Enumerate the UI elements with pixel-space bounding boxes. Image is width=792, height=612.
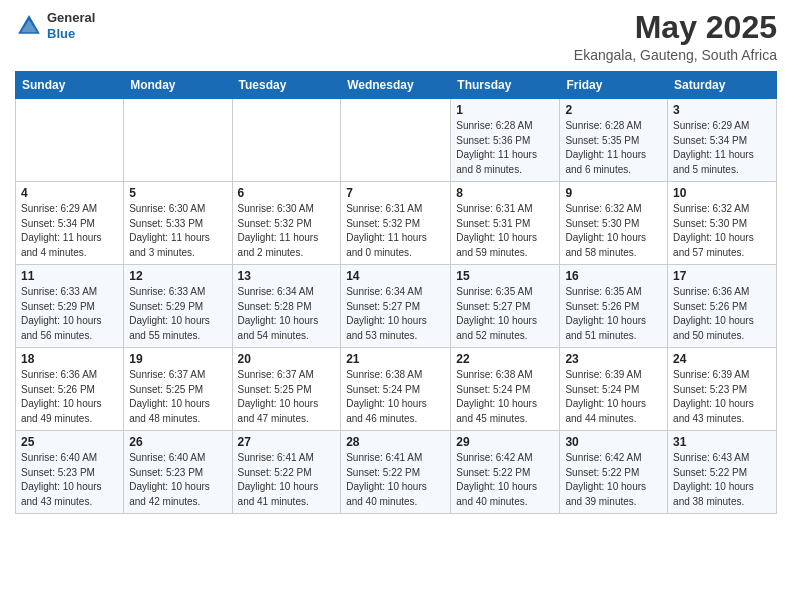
day-number: 9 bbox=[565, 186, 662, 200]
calendar-week-5: 25Sunrise: 6:40 AMSunset: 5:23 PMDayligh… bbox=[16, 431, 777, 514]
calendar-cell: 13Sunrise: 6:34 AMSunset: 5:28 PMDayligh… bbox=[232, 265, 341, 348]
calendar-cell: 14Sunrise: 6:34 AMSunset: 5:27 PMDayligh… bbox=[341, 265, 451, 348]
day-number: 8 bbox=[456, 186, 554, 200]
calendar-cell: 31Sunrise: 6:43 AMSunset: 5:22 PMDayligh… bbox=[668, 431, 777, 514]
calendar-cell: 15Sunrise: 6:35 AMSunset: 5:27 PMDayligh… bbox=[451, 265, 560, 348]
day-number: 22 bbox=[456, 352, 554, 366]
month-title: May 2025 bbox=[574, 10, 777, 45]
day-number: 25 bbox=[21, 435, 118, 449]
day-number: 4 bbox=[21, 186, 118, 200]
calendar-cell: 10Sunrise: 6:32 AMSunset: 5:30 PMDayligh… bbox=[668, 182, 777, 265]
location: Ekangala, Gauteng, South Africa bbox=[574, 47, 777, 63]
day-info: Sunrise: 6:35 AMSunset: 5:26 PMDaylight:… bbox=[565, 285, 662, 343]
calendar-cell bbox=[232, 99, 341, 182]
calendar-cell: 17Sunrise: 6:36 AMSunset: 5:26 PMDayligh… bbox=[668, 265, 777, 348]
day-info: Sunrise: 6:43 AMSunset: 5:22 PMDaylight:… bbox=[673, 451, 771, 509]
day-number: 1 bbox=[456, 103, 554, 117]
day-info: Sunrise: 6:30 AMSunset: 5:33 PMDaylight:… bbox=[129, 202, 226, 260]
day-info: Sunrise: 6:37 AMSunset: 5:25 PMDaylight:… bbox=[129, 368, 226, 426]
title-area: May 2025 Ekangala, Gauteng, South Africa bbox=[574, 10, 777, 63]
calendar-cell: 29Sunrise: 6:42 AMSunset: 5:22 PMDayligh… bbox=[451, 431, 560, 514]
day-info: Sunrise: 6:40 AMSunset: 5:23 PMDaylight:… bbox=[21, 451, 118, 509]
header-thursday: Thursday bbox=[451, 72, 560, 99]
calendar-week-1: 1Sunrise: 6:28 AMSunset: 5:36 PMDaylight… bbox=[16, 99, 777, 182]
calendar-cell: 22Sunrise: 6:38 AMSunset: 5:24 PMDayligh… bbox=[451, 348, 560, 431]
day-info: Sunrise: 6:37 AMSunset: 5:25 PMDaylight:… bbox=[238, 368, 336, 426]
day-info: Sunrise: 6:41 AMSunset: 5:22 PMDaylight:… bbox=[346, 451, 445, 509]
day-info: Sunrise: 6:42 AMSunset: 5:22 PMDaylight:… bbox=[565, 451, 662, 509]
day-info: Sunrise: 6:28 AMSunset: 5:36 PMDaylight:… bbox=[456, 119, 554, 177]
day-info: Sunrise: 6:32 AMSunset: 5:30 PMDaylight:… bbox=[565, 202, 662, 260]
day-number: 19 bbox=[129, 352, 226, 366]
day-number: 6 bbox=[238, 186, 336, 200]
logo-general: General bbox=[47, 10, 95, 26]
header-friday: Friday bbox=[560, 72, 668, 99]
calendar-cell: 1Sunrise: 6:28 AMSunset: 5:36 PMDaylight… bbox=[451, 99, 560, 182]
calendar-cell: 18Sunrise: 6:36 AMSunset: 5:26 PMDayligh… bbox=[16, 348, 124, 431]
calendar-cell: 2Sunrise: 6:28 AMSunset: 5:35 PMDaylight… bbox=[560, 99, 668, 182]
calendar-cell: 3Sunrise: 6:29 AMSunset: 5:34 PMDaylight… bbox=[668, 99, 777, 182]
calendar-table: SundayMondayTuesdayWednesdayThursdayFrid… bbox=[15, 71, 777, 514]
calendar-cell: 21Sunrise: 6:38 AMSunset: 5:24 PMDayligh… bbox=[341, 348, 451, 431]
day-number: 27 bbox=[238, 435, 336, 449]
day-number: 23 bbox=[565, 352, 662, 366]
calendar-cell: 7Sunrise: 6:31 AMSunset: 5:32 PMDaylight… bbox=[341, 182, 451, 265]
day-info: Sunrise: 6:31 AMSunset: 5:31 PMDaylight:… bbox=[456, 202, 554, 260]
day-info: Sunrise: 6:35 AMSunset: 5:27 PMDaylight:… bbox=[456, 285, 554, 343]
day-info: Sunrise: 6:39 AMSunset: 5:23 PMDaylight:… bbox=[673, 368, 771, 426]
header-saturday: Saturday bbox=[668, 72, 777, 99]
page-header: General Blue May 2025 Ekangala, Gauteng,… bbox=[15, 10, 777, 63]
day-number: 14 bbox=[346, 269, 445, 283]
day-info: Sunrise: 6:33 AMSunset: 5:29 PMDaylight:… bbox=[21, 285, 118, 343]
calendar-cell: 12Sunrise: 6:33 AMSunset: 5:29 PMDayligh… bbox=[124, 265, 232, 348]
day-number: 24 bbox=[673, 352, 771, 366]
day-info: Sunrise: 6:38 AMSunset: 5:24 PMDaylight:… bbox=[346, 368, 445, 426]
calendar-cell: 19Sunrise: 6:37 AMSunset: 5:25 PMDayligh… bbox=[124, 348, 232, 431]
day-number: 28 bbox=[346, 435, 445, 449]
header-wednesday: Wednesday bbox=[341, 72, 451, 99]
calendar-cell: 24Sunrise: 6:39 AMSunset: 5:23 PMDayligh… bbox=[668, 348, 777, 431]
calendar-cell: 9Sunrise: 6:32 AMSunset: 5:30 PMDaylight… bbox=[560, 182, 668, 265]
day-number: 2 bbox=[565, 103, 662, 117]
calendar-cell: 11Sunrise: 6:33 AMSunset: 5:29 PMDayligh… bbox=[16, 265, 124, 348]
day-info: Sunrise: 6:28 AMSunset: 5:35 PMDaylight:… bbox=[565, 119, 662, 177]
day-info: Sunrise: 6:29 AMSunset: 5:34 PMDaylight:… bbox=[673, 119, 771, 177]
day-info: Sunrise: 6:38 AMSunset: 5:24 PMDaylight:… bbox=[456, 368, 554, 426]
day-number: 12 bbox=[129, 269, 226, 283]
day-info: Sunrise: 6:34 AMSunset: 5:28 PMDaylight:… bbox=[238, 285, 336, 343]
day-number: 7 bbox=[346, 186, 445, 200]
day-number: 17 bbox=[673, 269, 771, 283]
day-number: 16 bbox=[565, 269, 662, 283]
logo-text: General Blue bbox=[47, 10, 95, 41]
header-monday: Monday bbox=[124, 72, 232, 99]
calendar-cell: 26Sunrise: 6:40 AMSunset: 5:23 PMDayligh… bbox=[124, 431, 232, 514]
day-number: 13 bbox=[238, 269, 336, 283]
day-number: 10 bbox=[673, 186, 771, 200]
day-number: 30 bbox=[565, 435, 662, 449]
calendar-cell: 4Sunrise: 6:29 AMSunset: 5:34 PMDaylight… bbox=[16, 182, 124, 265]
day-info: Sunrise: 6:30 AMSunset: 5:32 PMDaylight:… bbox=[238, 202, 336, 260]
day-info: Sunrise: 6:40 AMSunset: 5:23 PMDaylight:… bbox=[129, 451, 226, 509]
calendar-header-row: SundayMondayTuesdayWednesdayThursdayFrid… bbox=[16, 72, 777, 99]
day-info: Sunrise: 6:39 AMSunset: 5:24 PMDaylight:… bbox=[565, 368, 662, 426]
calendar-week-3: 11Sunrise: 6:33 AMSunset: 5:29 PMDayligh… bbox=[16, 265, 777, 348]
day-number: 11 bbox=[21, 269, 118, 283]
logo: General Blue bbox=[15, 10, 95, 41]
calendar-cell: 23Sunrise: 6:39 AMSunset: 5:24 PMDayligh… bbox=[560, 348, 668, 431]
calendar-cell: 6Sunrise: 6:30 AMSunset: 5:32 PMDaylight… bbox=[232, 182, 341, 265]
day-info: Sunrise: 6:33 AMSunset: 5:29 PMDaylight:… bbox=[129, 285, 226, 343]
calendar-cell bbox=[16, 99, 124, 182]
calendar-week-2: 4Sunrise: 6:29 AMSunset: 5:34 PMDaylight… bbox=[16, 182, 777, 265]
day-number: 3 bbox=[673, 103, 771, 117]
calendar-cell: 8Sunrise: 6:31 AMSunset: 5:31 PMDaylight… bbox=[451, 182, 560, 265]
calendar-cell bbox=[341, 99, 451, 182]
calendar-cell bbox=[124, 99, 232, 182]
logo-icon bbox=[15, 12, 43, 40]
logo-blue: Blue bbox=[47, 26, 95, 42]
day-info: Sunrise: 6:31 AMSunset: 5:32 PMDaylight:… bbox=[346, 202, 445, 260]
day-number: 29 bbox=[456, 435, 554, 449]
day-info: Sunrise: 6:34 AMSunset: 5:27 PMDaylight:… bbox=[346, 285, 445, 343]
day-number: 20 bbox=[238, 352, 336, 366]
day-number: 15 bbox=[456, 269, 554, 283]
day-number: 26 bbox=[129, 435, 226, 449]
